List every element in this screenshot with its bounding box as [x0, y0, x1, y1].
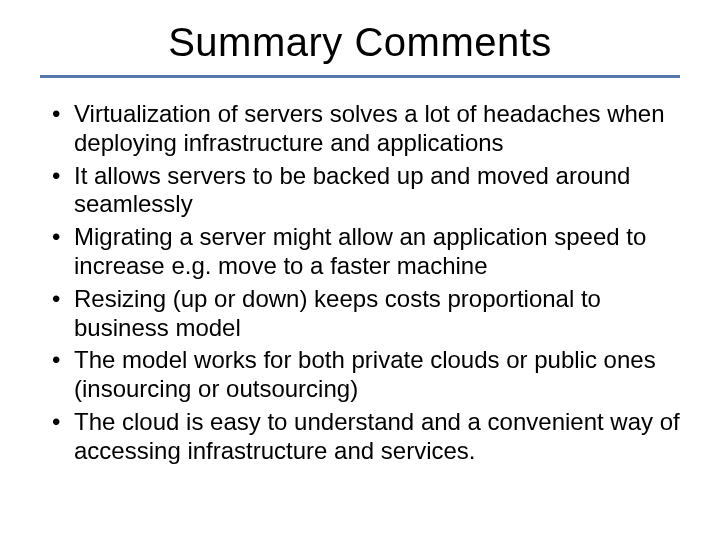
slide-container: Summary Comments Virtualization of serve…: [0, 0, 720, 540]
list-item: Virtualization of servers solves a lot o…: [46, 100, 680, 158]
title-divider: [40, 75, 680, 78]
bullet-list: Virtualization of servers solves a lot o…: [40, 100, 680, 466]
list-item: It allows servers to be backed up and mo…: [46, 162, 680, 220]
list-item: Migrating a server might allow an applic…: [46, 223, 680, 281]
slide-title: Summary Comments: [40, 20, 680, 65]
list-item: The model works for both private clouds …: [46, 346, 680, 404]
list-item: The cloud is easy to understand and a co…: [46, 408, 680, 466]
list-item: Resizing (up or down) keeps costs propor…: [46, 285, 680, 343]
